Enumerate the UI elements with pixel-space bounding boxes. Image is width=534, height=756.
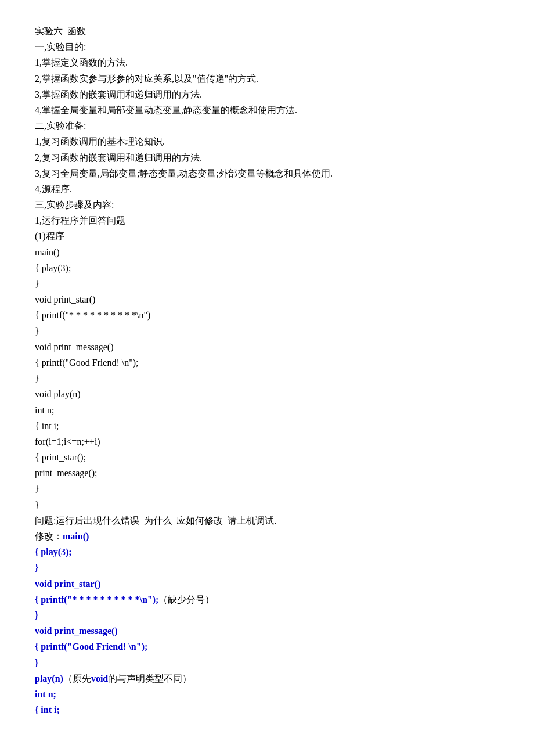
section-1-item-3: 3,掌握函数的嵌套调用和递归调用的方法. (35, 87, 499, 102)
code-line-14: { print_star(); (35, 449, 499, 465)
fix-line-printf-star: { printf("* * * * * * * * * *\n");（缺少分号） (35, 592, 499, 607)
section-2-item-3: 3,复习全局变量,局部变量;静态变量,动态变量;外部变量等概念和具体使用. (35, 165, 499, 181)
fix-line-printf-msg: { printf("Good Friend! \n"); (35, 639, 499, 654)
fix-line-int-i: { int i; (35, 702, 499, 718)
fix-line-print-star: void print_star() (35, 576, 499, 592)
fix-line-brace3: } (35, 655, 499, 671)
program-label: (1)程序 (35, 228, 499, 244)
code-line-8: { printf("Good Friend! \n"); (35, 355, 499, 370)
section-2-item-1: 1,复习函数调用的基本理论知识. (35, 134, 499, 149)
main-content: 实验六 函数 一,实验目的: 1,掌握定义函数的方法. 2,掌握函数实参与形参的… (35, 23, 499, 718)
section-3-item-1: 1,运行程序并回答问题 (35, 213, 499, 228)
code-line-15: print_message(); (35, 465, 499, 481)
section-1-item-1: 1,掌握定义函数的方法. (35, 55, 499, 70)
code-line-6: } (35, 323, 499, 339)
fix-line-play: { play(3); (35, 544, 499, 560)
section-1-item-2: 2,掌握函数实参与形参的对应关系,以及"值传递"的方式. (35, 71, 499, 87)
title-line: 实验六 函数 (35, 23, 499, 39)
code-line-3: } (35, 276, 499, 291)
code-line-11: int n; (35, 402, 499, 418)
fix-label-main: 修改：main() (35, 528, 499, 544)
code-line-12: { int i; (35, 418, 499, 434)
code-line-5: { printf("* * * * * * * * * *\n") (35, 307, 499, 323)
code-line-1: main() (35, 244, 499, 260)
fix-line-brace2: } (35, 607, 499, 623)
section-1-item-4: 4,掌握全局变量和局部变量动态变量,静态变量的概念和使用方法. (35, 102, 499, 118)
code-line-13: for(i=1;i<=n;++i) (35, 434, 499, 449)
code-line-10: void play(n) (35, 386, 499, 402)
code-line-17: } (35, 497, 499, 513)
code-line-7: void print_message() (35, 339, 499, 355)
fix-line-play-n: play(n)（原先void的与声明类型不同） (35, 671, 499, 686)
code-line-9: } (35, 370, 499, 386)
code-line-16: } (35, 481, 499, 496)
section-2-item-4: 4,源程序. (35, 181, 499, 197)
fix-line-brace1: } (35, 560, 499, 575)
code-line-4: void print_star() (35, 291, 499, 307)
question-line: 问题:运行后出现什么错误 为什么 应如何修改 请上机调试. (35, 513, 499, 528)
section-2-header: 二,实验准备: (35, 118, 499, 134)
section-2-item-2: 2,复习函数的嵌套调用和递归调用的方法. (35, 150, 499, 165)
fix-line-print-msg: void print_message() (35, 623, 499, 639)
section-1-header: 一,实验目的: (35, 39, 499, 55)
code-line-2: { play(3); (35, 260, 499, 276)
section-3-header: 三,实验步骤及内容: (35, 197, 499, 213)
fix-line-int-n: int n; (35, 686, 499, 702)
